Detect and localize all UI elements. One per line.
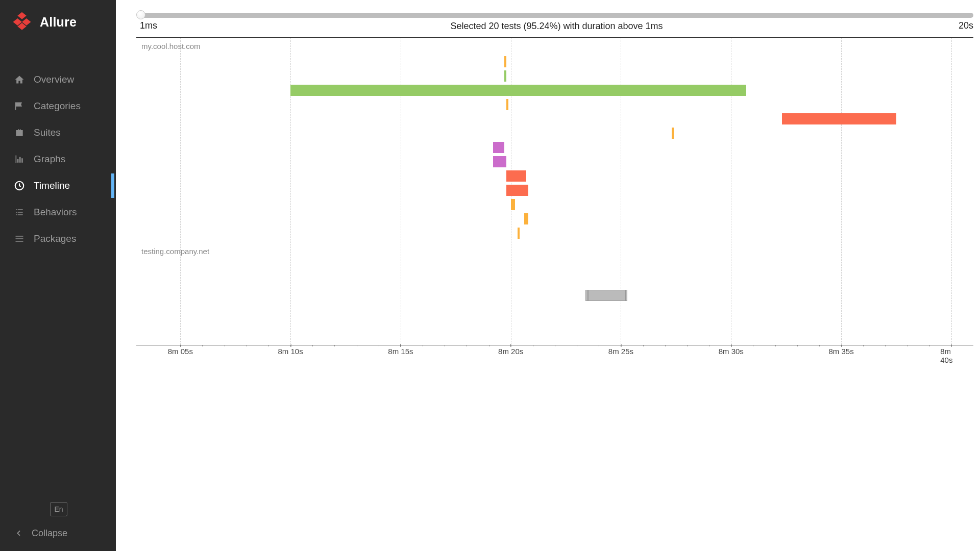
x-tick-label: 8m 05s [168,347,193,356]
sidebar-item-suites[interactable]: Suites [0,119,116,146]
slider-max-label: 20s [959,20,973,31]
x-minor-tick [797,345,798,346]
x-minor-tick [555,345,555,346]
x-minor-tick [819,345,820,346]
x-minor-tick [665,345,666,346]
duration-slider[interactable] [140,13,973,18]
x-minor-tick [268,345,269,346]
x-minor-tick [467,345,467,346]
brand-title: Allure [40,15,77,30]
list-icon [13,206,26,218]
test-bar[interactable] [511,199,516,210]
main-content: Selected 20 tests (95.24%) with duration… [116,0,980,551]
sidebar-item-behaviors[interactable]: Behaviors [0,199,116,226]
brand: Allure [0,0,116,44]
sidebar-item-categories[interactable]: Categories [0,93,116,119]
slider-thumb[interactable] [136,10,145,19]
x-minor-tick [908,345,908,346]
test-bar[interactable] [504,56,506,67]
sidebar-item-label: Suites [34,127,61,138]
briefcase-icon [13,127,26,139]
collapse-button[interactable]: Collapse [0,528,116,539]
gridline [951,38,952,345]
nav: Overview Categories Suites Graphs [0,44,116,252]
language-selector[interactable]: En [50,502,67,516]
sidebar-item-timeline[interactable]: Timeline [0,172,116,199]
gridline [731,38,731,345]
gridline [290,38,291,345]
x-minor-tick [687,345,688,346]
x-minor-tick [709,345,709,346]
x-tick-label: 8m 40s [940,347,962,364]
x-minor-tick [357,345,357,346]
sidebar-item-label: Packages [34,233,76,244]
x-minor-tick [885,345,886,346]
sidebar-footer: En Collapse [0,493,116,551]
collapse-label: Collapse [32,528,67,539]
x-tick-label: 8m 30s [719,347,744,356]
gridline [841,38,842,345]
x-minor-tick [863,345,864,346]
test-bar[interactable] [588,290,625,301]
timeline-body[interactable]: 8m 05s8m 10s8m 15s8m 20s8m 25s8m 30s8m 3… [136,38,973,360]
x-minor-tick [929,345,930,346]
x-minor-tick [423,345,423,346]
gridline [401,38,401,345]
x-tick-label: 8m 20s [498,347,523,356]
home-icon [13,73,26,86]
bar-chart-icon [13,153,26,165]
x-tick-label: 8m 15s [388,347,413,356]
x-minor-tick [247,345,247,346]
x-minor-tick [225,345,225,346]
x-minor-tick [577,345,577,346]
x-minor-tick [202,345,203,346]
x-minor-tick [312,345,313,346]
sidebar: Allure Overview Categories Suites [0,0,116,551]
x-minor-tick [379,345,379,346]
test-bar[interactable] [504,70,506,82]
test-bar[interactable] [672,128,674,139]
test-bar[interactable] [506,170,526,182]
allure-logo-icon [11,11,33,33]
sidebar-item-label: Behaviors [34,207,77,218]
flag-icon [13,100,26,112]
sidebar-item-overview[interactable]: Overview [0,66,116,93]
test-bar[interactable] [493,156,506,167]
x-minor-tick [445,345,445,346]
x-minor-tick [643,345,644,346]
sidebar-item-label: Categories [34,101,81,112]
gridline [180,38,181,345]
x-minor-tick [533,345,533,346]
x-minor-tick [489,345,489,346]
test-bar[interactable] [518,228,520,239]
sidebar-item-packages[interactable]: Packages [0,226,116,252]
test-bar[interactable] [506,185,528,196]
x-tick-label: 8m 25s [608,347,633,356]
slider-min-label: 1ms [140,20,157,31]
sidebar-item-label: Overview [34,74,74,85]
sidebar-item-label: Graphs [34,154,65,165]
x-minor-tick [775,345,776,346]
timeline-chart: 8m 05s8m 10s8m 15s8m 20s8m 25s8m 30s8m 3… [136,37,973,551]
test-bar[interactable] [524,213,529,224]
test-bar[interactable] [625,290,627,301]
sidebar-item-label: Timeline [34,180,70,191]
test-bar[interactable] [782,113,896,124]
x-minor-tick [334,345,335,346]
list-lines-icon [13,233,26,245]
clock-icon [13,180,26,192]
test-bar[interactable] [493,142,504,153]
svg-marker-0 [17,12,27,19]
duration-filter: Selected 20 tests (95.24%) with duration… [140,13,973,31]
sidebar-item-graphs[interactable]: Graphs [0,146,116,172]
x-minor-tick [599,345,599,346]
chevron-left-icon [13,528,24,539]
x-tick-label: 8m 35s [828,347,853,356]
host-label: testing.company.net [141,247,209,256]
test-bar[interactable] [506,99,508,110]
test-bar[interactable] [290,85,746,96]
host-label: my.cool.host.com [141,42,201,51]
x-minor-tick [753,345,753,346]
x-tick-label: 8m 10s [278,347,303,356]
